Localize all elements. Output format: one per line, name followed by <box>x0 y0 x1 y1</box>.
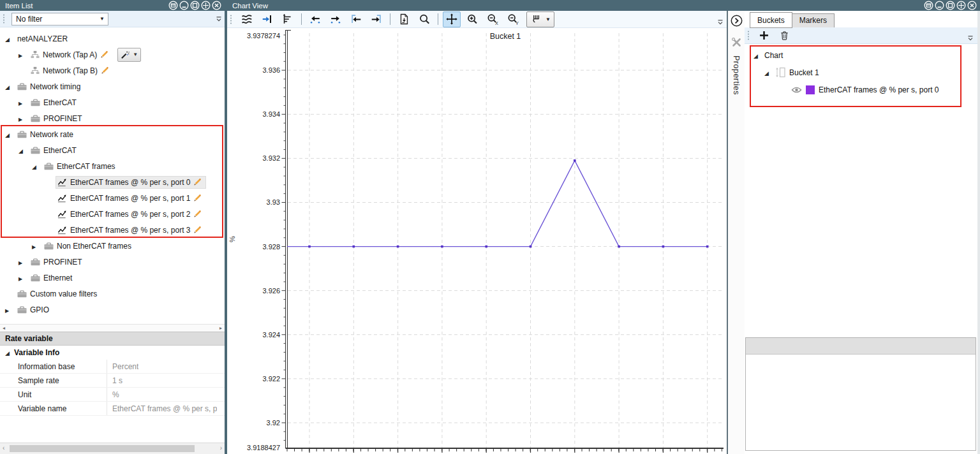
chart-view-titlebar: Chart View <box>227 0 980 11</box>
series-color-swatch[interactable] <box>806 85 815 94</box>
float-button[interactable] <box>956 1 966 10</box>
expander-icon[interactable] <box>5 82 16 91</box>
scroll-right-arrow-icon[interactable]: ▸ <box>219 325 222 331</box>
shade-button[interactable] <box>924 1 933 10</box>
toolbar-overflow-icon[interactable] <box>216 16 222 22</box>
tab-buckets[interactable]: Buckets <box>750 12 792 28</box>
tree-item-profinet[interactable]: PROFINET <box>0 110 225 126</box>
delete-bucket-button[interactable] <box>776 29 792 43</box>
svg-text:X: X <box>495 20 498 26</box>
toolbar-overflow-icon[interactable] <box>717 17 724 28</box>
filter-combobox[interactable]: No filter ▼ <box>11 13 108 26</box>
hscrollbar-thumb[interactable] <box>10 445 195 452</box>
tree-item-ethercat-frames-per-s-port-1[interactable]: EtherCAT frames @ % per s, port 1 <box>0 190 225 206</box>
follow-end-button[interactable] <box>258 11 276 27</box>
expander-icon[interactable] <box>5 130 16 139</box>
toolbar-separator <box>301 13 302 25</box>
edit-pencil-icon[interactable] <box>101 66 109 75</box>
svg-text:Bucket 1: Bucket 1 <box>490 32 521 41</box>
property-row-information-base[interactable]: Information basePercent <box>0 360 225 374</box>
report-button[interactable] <box>395 11 413 27</box>
expander-icon[interactable] <box>19 258 29 267</box>
expander-icon[interactable] <box>5 348 14 357</box>
chart-plot-area[interactable]: 3.9363.9343.9323.933.9283.9263.9243.9223… <box>227 28 727 454</box>
step-forward-button[interactable] <box>327 11 345 27</box>
tree-item-network-timing[interactable]: Network timing <box>0 78 225 94</box>
tree-item-ethercat-frames-per-s-port-2[interactable]: EtherCAT frames @ % per s, port 2 <box>0 206 225 222</box>
panel-divider[interactable] <box>225 0 227 454</box>
tree-item-network-rate[interactable]: Network rate <box>0 126 225 142</box>
tree-item-netanalyzer[interactable]: netANALYZER <box>0 31 225 47</box>
toolbar-drag-handle[interactable] <box>230 14 233 25</box>
toolbar-drag-handle[interactable] <box>747 30 750 41</box>
item-list-hscrollbar[interactable]: ‹ › <box>0 443 225 454</box>
maximize-button[interactable] <box>190 1 200 10</box>
shade-button[interactable] <box>168 1 178 10</box>
edit-pencil-icon[interactable] <box>193 226 202 234</box>
stack-charts-button[interactable] <box>238 11 256 27</box>
maximize-button[interactable] <box>946 1 955 10</box>
align-charts-button[interactable] <box>279 11 297 27</box>
expander-icon[interactable] <box>19 114 29 123</box>
scroll-right-arrow-icon[interactable]: › <box>220 444 222 451</box>
tree-item-non-ethercat-frames[interactable]: Non EtherCAT frames <box>0 238 225 254</box>
expander-icon[interactable] <box>5 34 16 43</box>
close-button[interactable] <box>967 1 977 10</box>
step-back-button[interactable] <box>306 11 324 27</box>
expander-icon[interactable] <box>19 98 29 107</box>
scroll-left-arrow-icon[interactable]: ‹ <box>3 444 4 451</box>
expander-icon[interactable] <box>5 305 16 314</box>
tree-item-ethercat-frames-per-s-port-0[interactable]: EtherCAT frames @ % per s, port 0 <box>0 174 225 190</box>
edit-pencil-icon[interactable] <box>193 194 202 202</box>
float-button[interactable] <box>201 1 211 10</box>
auto-config-wand-button[interactable]: ▼ <box>117 48 141 62</box>
buckets-tree-series-row[interactable]: EtherCAT frames @ % per s, port 0 <box>745 81 977 98</box>
expander-icon[interactable] <box>19 50 29 59</box>
expander-icon[interactable] <box>764 68 775 77</box>
expander-icon[interactable] <box>19 274 29 282</box>
minimize-button[interactable] <box>179 1 189 10</box>
tree-hscrollbar[interactable]: ◂ ▸ <box>0 324 225 332</box>
edit-pencil-icon[interactable] <box>193 210 202 218</box>
tab-markers[interactable]: Markers <box>792 13 835 28</box>
add-bucket-button[interactable] <box>755 29 772 43</box>
tab-properties[interactable]: Properties <box>732 55 741 95</box>
expander-icon[interactable] <box>32 242 43 251</box>
tree-item-gpio[interactable]: GPIO <box>0 302 225 318</box>
edit-pencil-icon[interactable] <box>100 50 108 59</box>
property-row-variable-name[interactable]: Variable nameEtherCAT frames @ % per s, … <box>0 402 225 416</box>
expander-icon[interactable] <box>754 51 764 60</box>
tree-item-profinet[interactable]: PROFINET <box>0 254 225 270</box>
minimize-button[interactable] <box>935 1 944 10</box>
variable-info-group-row[interactable]: Variable Info <box>0 346 225 360</box>
buckets-tree-bucket-row[interactable]: Bucket 1 <box>745 64 977 81</box>
tree-item-ethercat-frames[interactable]: EtherCAT frames <box>0 158 225 174</box>
jump-to-end-button[interactable] <box>368 11 385 27</box>
tree-item-ethercat[interactable]: EtherCAT <box>0 142 225 158</box>
edit-pencil-icon[interactable] <box>193 178 202 186</box>
toolbar-drag-handle[interactable] <box>3 13 6 24</box>
tree-item-custom-value-filters[interactable]: Custom value filters <box>0 286 225 302</box>
search-button[interactable] <box>415 11 433 27</box>
toolbar-overflow-icon[interactable] <box>967 33 974 44</box>
visibility-eye-icon[interactable] <box>791 86 802 94</box>
scroll-left-arrow-icon[interactable]: ◂ <box>3 325 5 331</box>
zoom-out-x-button[interactable]: X <box>484 11 501 27</box>
jump-to-start-button[interactable] <box>347 11 365 27</box>
expander-icon[interactable] <box>32 162 43 171</box>
tree-item-ethercat-frames-per-s-port-3[interactable]: EtherCAT frames @ % per s, port 3 <box>0 222 225 238</box>
zoom-out-y-button[interactable]: Y <box>504 11 522 27</box>
tree-item-ethernet[interactable]: Ethernet <box>0 270 225 286</box>
tree-item-ethercat[interactable]: EtherCAT <box>0 94 225 110</box>
tree-item-network-tap-b[interactable]: Network (Tap B) <box>0 62 225 78</box>
property-row-sample-rate[interactable]: Sample rate1 s <box>0 374 225 388</box>
value-cursor-button[interactable]: ▼ <box>526 11 554 27</box>
pan-button[interactable] <box>443 11 461 27</box>
property-row-unit[interactable]: Unit% <box>0 388 225 402</box>
expander-icon[interactable] <box>19 146 29 155</box>
buckets-tree-chart-row[interactable]: Chart <box>745 47 977 64</box>
zoom-in-button[interactable] <box>463 11 481 27</box>
expand-panel-button[interactable] <box>731 15 743 29</box>
close-button[interactable] <box>212 1 221 10</box>
tree-item-network-tap-a[interactable]: Network (Tap A)▼ <box>0 47 225 62</box>
